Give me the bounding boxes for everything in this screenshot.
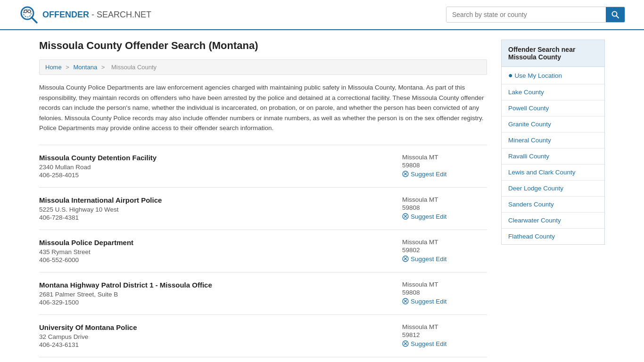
facility-left: Missoula International Airport Police 52… [39,196,162,221]
main-container: Missoula County Offender Search (Montana… [20,30,624,362]
facility-city-state: Missoula MT [402,281,487,288]
sidebar-county-link[interactable]: Granite County [502,116,604,132]
facility-item: Montana Highway Patrol District 1 - Miss… [39,272,487,315]
location-icon: ● [508,71,513,79]
facility-zip: 59808 [402,162,487,169]
edit-icon [402,171,409,177]
breadcrumb-sep2: > [101,64,107,71]
facility-name: Missoula County Detention Facility [39,154,157,162]
sidebar-item[interactable]: Granite County [502,116,604,132]
sidebar-county-link[interactable]: Ravalli County [502,148,604,164]
sidebar-item[interactable]: Mineral County [502,132,604,148]
facility-name: Missoula International Airport Police [39,196,162,204]
facility-zip: 59808 [402,289,487,296]
page-title: Missoula County Offender Search (Montana… [39,40,487,52]
facility-zip: 59812 [402,331,487,338]
facility-city-state: Missoula MT [402,154,487,161]
edit-icon [402,213,409,220]
facility-name: University Of Montana Police [39,323,137,331]
breadcrumb-state[interactable]: Montana [74,64,98,71]
breadcrumb-sep1: > [66,64,71,71]
facility-left: Missoula Police Department 435 Ryman Str… [39,239,133,263]
facility-phone: 406-258-4015 [39,172,157,179]
facility-right: Missoula MT 59808 Suggest Edit [402,281,487,305]
logo-text: OFFENDER - SEARCH.NET [42,10,151,20]
suggest-edit-link[interactable]: Suggest Edit [402,298,487,305]
suggest-edit-link[interactable]: Suggest Edit [402,340,487,347]
sidebar-county-link[interactable]: Deer Lodge County [502,181,604,196]
sidebar: Offender Search near Missoula County ● U… [501,40,605,357]
facility-right: Missoula MT 59808 Suggest Edit [402,196,487,220]
search-button[interactable] [606,7,625,22]
facility-phone: 406-728-4381 [39,214,162,221]
sidebar-item[interactable]: Lewis and Clark County [502,165,604,181]
sidebar-use-location[interactable]: ● Use My Location [502,67,604,84]
suggest-edit-link[interactable]: Suggest Edit [402,213,487,220]
sidebar-item[interactable]: Lake County [502,84,604,100]
facility-city-state: Missoula MT [402,239,487,246]
sidebar-county-link[interactable]: Flathead County [502,229,604,244]
facility-zip: 59802 [402,247,487,254]
facility-left: University Of Montana Police 32 Campus D… [39,323,137,348]
facility-address: 32 Campus Drive [39,333,137,340]
facility-address: 2340 Mullan Road [39,164,157,171]
site-header: OFFENDER - SEARCH.NET [0,0,644,30]
edit-icon [402,255,409,262]
page-description: Missoula County Police Departments are l… [39,82,487,133]
facility-city-state: Missoula MT [402,196,487,203]
breadcrumb: Home > Montana > Missoula County [39,59,487,75]
sidebar-header: Offender Search near Missoula County [501,40,605,67]
logo-icon [19,5,39,25]
svg-line-7 [617,16,619,18]
breadcrumb-county: Missoula County [111,64,157,71]
sidebar-county-link[interactable]: Lake County [502,84,604,100]
sidebar-county-link[interactable]: Powell County [502,100,604,116]
edit-icon [402,340,409,347]
sidebar-item[interactable]: Ravalli County [502,148,604,165]
edit-icon [402,298,409,304]
facility-item: Missoula County Detention Facility 2340 … [39,145,487,188]
facility-list: Missoula County Detention Facility 2340 … [39,145,487,357]
sidebar-county-link[interactable]: Mineral County [502,132,604,148]
facility-phone: 406-243-6131 [39,341,137,348]
facility-right: Missoula MT 59812 Suggest Edit [402,323,487,347]
search-bar [446,7,625,23]
facility-address: 5225 U.S. Highway 10 West [39,206,162,213]
sidebar-item[interactable]: Deer Lodge County [502,181,604,197]
sidebar-item[interactable]: Powell County [502,100,604,116]
sidebar-county-list: ● Use My Location Lake CountyPowell Coun… [501,67,605,245]
facility-phone: 406-329-1500 [39,299,212,306]
facility-address: 2681 Palmer Street, Suite B [39,291,212,298]
site-logo[interactable]: OFFENDER - SEARCH.NET [19,5,151,25]
suggest-edit-link[interactable]: Suggest Edit [402,255,487,263]
sidebar-item[interactable]: Flathead County [502,229,604,244]
facility-phone: 406-552-6000 [39,256,133,263]
sidebar-county-link[interactable]: Sanders County [502,197,604,212]
facility-address: 435 Ryman Street [39,248,133,255]
search-icon [611,11,619,18]
svg-line-1 [32,17,37,23]
facility-left: Montana Highway Patrol District 1 - Miss… [39,281,212,306]
facility-item: Missoula Police Department 435 Ryman Str… [39,230,487,272]
facility-right: Missoula MT 59802 Suggest Edit [402,239,487,263]
facility-zip: 59808 [402,204,487,211]
facility-left: Missoula County Detention Facility 2340 … [39,154,157,179]
facility-item: Missoula International Airport Police 52… [39,188,487,230]
sidebar-item[interactable]: Clearwater County [502,213,604,229]
facility-item: University Of Montana Police 32 Campus D… [39,315,487,357]
sidebar-county-link[interactable]: Clearwater County [502,213,604,228]
search-input[interactable] [446,7,606,22]
sidebar-county-link[interactable]: Lewis and Clark County [502,165,604,180]
facility-name: Missoula Police Department [39,239,133,247]
facility-city-state: Missoula MT [402,323,487,330]
content-area: Missoula County Offender Search (Montana… [39,40,487,357]
facility-name: Montana Highway Patrol District 1 - Miss… [39,281,212,289]
facility-right: Missoula MT 59808 Suggest Edit [402,154,487,178]
breadcrumb-home[interactable]: Home [45,64,62,71]
suggest-edit-link[interactable]: Suggest Edit [402,171,487,178]
sidebar-item[interactable]: Sanders County [502,197,604,213]
sidebar-use-location-label: Use My Location [514,72,562,79]
